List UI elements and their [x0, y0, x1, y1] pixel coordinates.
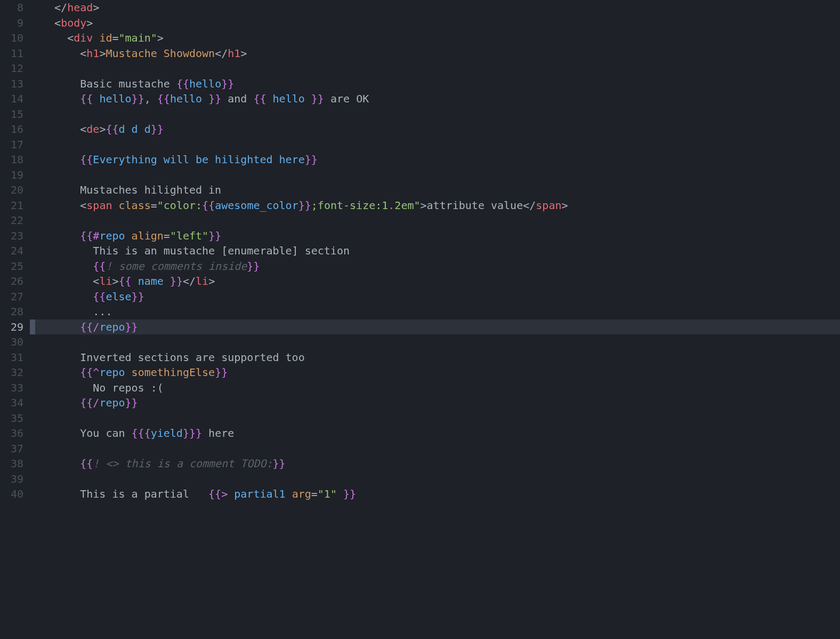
gutter-marker	[30, 167, 35, 183]
token: partial1	[228, 488, 285, 500]
code-line[interactable]: <h1>Mustache Showdown</h1>	[35, 46, 840, 61]
token	[42, 396, 80, 409]
code-line[interactable]: No repos :(	[35, 380, 840, 396]
line-number: 10	[0, 30, 23, 46]
code-line[interactable]: You can {{{yield}}} here	[35, 426, 840, 441]
token	[42, 457, 80, 470]
code-line[interactable]: <div id="main">	[35, 30, 840, 46]
token: </	[215, 47, 228, 60]
token: {{	[93, 260, 106, 273]
line-number: 25	[0, 259, 23, 274]
code-line[interactable]: {{Everything will be hilighted here}}	[35, 152, 840, 167]
token: {{{	[132, 427, 151, 440]
code-line[interactable]	[35, 411, 840, 426]
code-line[interactable]: Basic mustache {{hello}}	[35, 76, 840, 92]
token: You can	[42, 427, 132, 440]
token: /	[93, 321, 99, 333]
token	[42, 290, 93, 303]
line-number: 14	[0, 91, 23, 107]
token: hello	[266, 92, 311, 105]
token: </	[42, 1, 67, 14]
code-line[interactable]: {{#repo align="left"}}	[35, 228, 840, 244]
code-line[interactable]	[35, 61, 840, 76]
code-line[interactable]	[35, 334, 840, 350]
code-line[interactable]: This is a partial {{> partial1 arg="1" }…	[35, 486, 840, 502]
line-number: 13	[0, 76, 23, 92]
gutter-marker	[30, 30, 35, 46]
token: span	[536, 199, 561, 212]
token: ;font-size:1	[311, 199, 389, 212]
line-number: 35	[0, 411, 23, 426]
token: }}	[132, 290, 144, 303]
token: here	[202, 427, 234, 440]
line-number: 23	[0, 228, 23, 244]
token: <	[42, 275, 99, 287]
code-line[interactable]: </head>	[35, 0, 840, 15]
code-line[interactable]: This is an mustache [enumerable] section	[35, 243, 840, 259]
token: yield	[151, 427, 183, 440]
token	[337, 488, 343, 500]
token: id	[99, 31, 112, 44]
token	[42, 153, 80, 166]
token: align	[132, 229, 164, 242]
line-number: 38	[0, 456, 23, 472]
token: hello	[170, 92, 208, 105]
line-number: 37	[0, 441, 23, 457]
token: }}	[221, 77, 234, 90]
token: repo	[99, 321, 125, 333]
line-number: 36	[0, 426, 23, 441]
code-line[interactable]: <li>{{ name }}</li>	[35, 274, 840, 289]
token: "left"	[170, 229, 208, 242]
code-line[interactable]: {{/repo}}	[35, 320, 840, 335]
gutter-marker	[30, 274, 35, 289]
code-line[interactable]	[35, 167, 840, 183]
code-editor[interactable]: 8910111213141516171819202122232425262728…	[0, 0, 840, 639]
code-line[interactable]	[35, 107, 840, 122]
code-line[interactable]: ...	[35, 304, 840, 320]
gutter-marker	[30, 46, 35, 61]
code-line[interactable]: Inverted sections are supported too	[35, 350, 840, 365]
code-line[interactable]: Mustaches hilighted in	[35, 182, 840, 198]
line-number: 12	[0, 61, 23, 76]
code-line[interactable]: <de>{{d d d}}	[35, 122, 840, 137]
code-line[interactable]	[35, 213, 840, 228]
token: arg	[292, 488, 311, 500]
token	[125, 229, 132, 242]
code-area[interactable]: </head> <body> <div id="main"> <h1>Musta…	[35, 0, 840, 639]
token	[93, 31, 99, 44]
code-line[interactable]: {{ hello}}, {{hello }} and {{ hello }} a…	[35, 91, 840, 107]
gutter-marker	[30, 334, 35, 350]
token: >	[240, 47, 247, 60]
token: Inverted sections are supported too	[42, 351, 305, 364]
token: {{	[253, 92, 266, 105]
code-line[interactable]: {{^repo somethingElse}}	[35, 365, 840, 380]
token: somethingElse	[132, 366, 215, 379]
token: {{	[202, 199, 215, 212]
code-line[interactable]: <body>	[35, 15, 840, 31]
token: li	[196, 275, 208, 287]
gutter-marker	[30, 107, 35, 122]
code-line[interactable]	[35, 137, 840, 153]
token: hello	[93, 92, 131, 105]
token: >	[93, 1, 99, 14]
token: {{	[80, 366, 93, 379]
token: }}	[125, 396, 138, 409]
code-line[interactable]	[35, 472, 840, 487]
token: =	[311, 488, 318, 500]
gutter-marker	[30, 259, 35, 274]
code-line[interactable]: {{/repo}}	[35, 395, 840, 411]
gutter-marker	[30, 91, 35, 107]
token: {{	[80, 92, 93, 105]
code-line[interactable]: <span class="color:{{awesome_color}};fon…	[35, 198, 840, 213]
code-line[interactable]	[35, 441, 840, 457]
gutter-marker	[30, 350, 35, 365]
line-number: 22	[0, 213, 23, 228]
token: "main"	[119, 31, 157, 44]
code-line[interactable]: {{! some comments inside}}	[35, 259, 840, 274]
code-line[interactable]: {{else}}	[35, 289, 840, 305]
token: span	[86, 199, 112, 212]
token: >	[157, 31, 164, 44]
token: <	[42, 17, 61, 29]
token: >	[112, 275, 118, 287]
code-line[interactable]: {{! <> this is a comment TODO:}}	[35, 456, 840, 472]
